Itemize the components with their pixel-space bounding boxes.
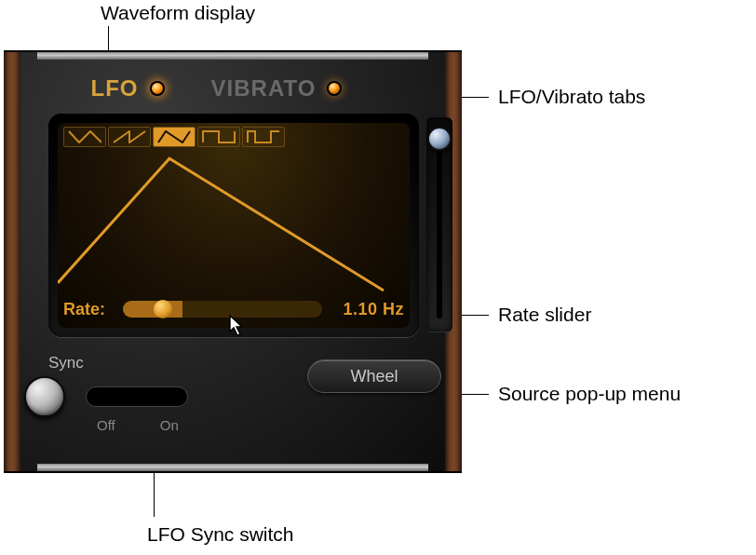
callout-source: Source pop-up menu <box>498 383 681 405</box>
rate-slider[interactable] <box>123 301 322 318</box>
sync-off-label: Off <box>97 417 115 433</box>
pulse-icon <box>247 130 280 143</box>
sync-label: Sync <box>48 354 216 372</box>
waveform-shape-tabs <box>63 127 285 147</box>
wave-shape-square[interactable] <box>197 127 240 147</box>
wave-shape-pulse[interactable] <box>242 127 285 147</box>
wood-trim <box>4 52 20 471</box>
metal-strip <box>37 52 428 60</box>
tab-vibrato-label: VIBRATO <box>211 75 317 102</box>
led-icon <box>327 81 342 96</box>
tab-vibrato[interactable]: VIBRATO <box>202 71 351 106</box>
lfo-vibrato-tabs: LFO VIBRATO <box>53 71 351 106</box>
rate-label: Rate: <box>63 300 115 319</box>
wave-shape-triangle[interactable] <box>153 127 196 147</box>
callout-sync: LFO Sync switch <box>147 523 294 546</box>
wave-shape-ramp[interactable] <box>108 127 151 147</box>
callout-tabs: LFO/Vibrato tabs <box>498 86 645 108</box>
tri-down-icon <box>68 130 101 143</box>
switch-knob[interactable] <box>24 376 65 417</box>
sync-area: Sync Off On <box>48 354 216 433</box>
ramp-icon <box>113 130 146 143</box>
waveform-canvas <box>58 151 410 292</box>
synth-panel: LFO VIBRATO <box>4 50 462 473</box>
tab-lfo[interactable]: LFO <box>53 71 202 106</box>
source-popup-value: Wheel <box>350 367 398 386</box>
source-popup-menu[interactable]: Wheel <box>307 359 441 393</box>
sync-on-label: On <box>160 417 179 433</box>
wave-shape-tri-down[interactable] <box>63 127 106 147</box>
amount-slider-thumb[interactable] <box>427 127 452 151</box>
metal-strip <box>37 464 428 471</box>
led-on-icon <box>150 81 165 96</box>
lcd-frame: Rate: 1.10 Hz <box>48 114 419 337</box>
callout-waveform: Waveform display <box>101 2 255 24</box>
panel-face: LFO VIBRATO <box>20 52 445 471</box>
switch-slot <box>86 386 188 407</box>
rate-value: 1.10 Hz <box>330 300 404 319</box>
tab-lfo-label: LFO <box>91 75 139 102</box>
amount-track <box>437 130 442 318</box>
square-icon <box>202 130 236 143</box>
switch-labels: Off On <box>97 417 216 433</box>
triangle-icon <box>157 130 191 143</box>
rate-slider-thumb[interactable] <box>154 300 172 318</box>
rate-row: Rate: 1.10 Hz <box>63 298 404 320</box>
amount-slider[interactable] <box>426 117 452 332</box>
sync-switch[interactable] <box>48 374 216 419</box>
waveform-display[interactable]: Rate: 1.10 Hz <box>58 123 410 328</box>
callout-rate: Rate slider <box>498 304 591 326</box>
